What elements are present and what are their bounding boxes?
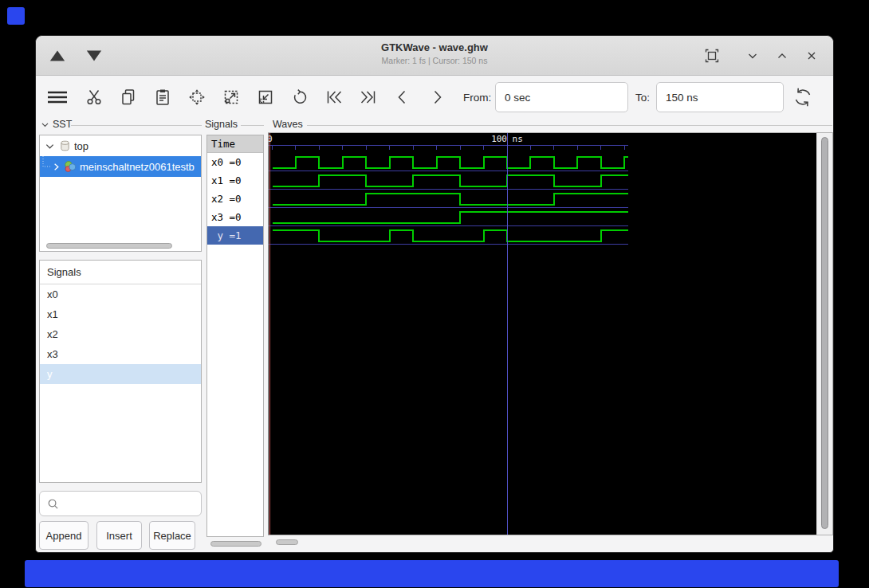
browser-signal-x0[interactable]: x0 [40, 284, 201, 304]
skip-to-start-button[interactable] [324, 88, 344, 107]
paste-button[interactable] [153, 88, 172, 107]
svg-text:0: 0 [269, 134, 273, 144]
step-right-icon [427, 88, 446, 107]
signal-row-y[interactable]: y =1 [207, 226, 263, 245]
wave-vscrollbar[interactable] [821, 137, 828, 529]
signal-row-x0[interactable]: x0 =0 [207, 153, 263, 171]
wave-canvas-frame: 0100 ns [268, 132, 833, 535]
signal-row-x3[interactable]: x3 =0 [207, 208, 263, 226]
from-input[interactable] [495, 82, 628, 112]
menu-button[interactable] [45, 88, 69, 107]
shift-down-button[interactable] [85, 47, 103, 65]
zoom-fit-button[interactable] [187, 88, 206, 107]
browser-signal-y[interactable]: y [40, 364, 201, 384]
collapse-chevron-icon[interactable] [41, 120, 49, 129]
from-label: From: [463, 76, 491, 119]
copy-button[interactable] [119, 88, 138, 107]
zoom-in-icon [222, 88, 241, 107]
signals-frame-label: Signals [205, 119, 238, 130]
shift-up-button[interactable] [49, 47, 66, 65]
collapse-chevron-icon[interactable] [45, 141, 55, 151]
zoom-out-icon [256, 88, 275, 107]
wave-vscrollbar-track [816, 133, 832, 535]
restore-button[interactable] [703, 47, 721, 65]
tree-branch-line [40, 156, 51, 177]
signal-browser-header: Signals [40, 261, 201, 284]
browser-signal-x3[interactable]: x3 [40, 344, 201, 364]
svg-text:100 ns: 100 ns [491, 134, 523, 144]
copy-icon [119, 88, 138, 107]
restore-icon [703, 47, 721, 65]
chevron-down-icon [744, 47, 761, 65]
to-input[interactable] [656, 82, 784, 112]
time-header: Time [207, 135, 263, 153]
tree-item-meinschaltnetz0061testb[interactable]: meinschaltnetz0061testb [40, 156, 201, 177]
cut-icon [85, 88, 104, 107]
tree-item-label: meinschaltnetz0061testb [80, 161, 195, 173]
insert-button[interactable]: Insert [96, 521, 142, 550]
signal-row-x2[interactable]: x2 =0 [207, 190, 263, 208]
skip-to-start-icon [324, 88, 344, 107]
skip-to-end-icon [359, 88, 378, 107]
signal-pane-hscrollbar[interactable] [210, 541, 261, 547]
waves-frame-label: Waves [273, 119, 303, 130]
search-icon [47, 498, 59, 510]
step-left-icon [393, 88, 412, 107]
browser-signal-x2[interactable]: x2 [40, 324, 201, 344]
to-label: To: [635, 76, 650, 119]
reload-icon [792, 86, 814, 108]
tree-item-top[interactable]: top [40, 135, 201, 156]
signals-frame-line [241, 125, 264, 126]
sst-frame-label: SST [41, 119, 72, 130]
signal-row-x1[interactable]: x1 =0 [207, 171, 263, 190]
zoom-in-button[interactable] [222, 88, 241, 107]
close-button[interactable] [803, 47, 820, 65]
component-icon [64, 160, 77, 173]
browser-signal-x1[interactable]: x1 [40, 304, 201, 324]
desktop-accent-square [7, 7, 25, 25]
sst-frame-line [71, 125, 202, 126]
append-button[interactable]: Append [39, 521, 88, 550]
menu-icon [45, 88, 69, 107]
replace-button[interactable]: Replace [149, 521, 195, 550]
titlebar: GTKWave - wave.ghw Marker: 1 fs | Cursor… [36, 36, 833, 76]
up-triangle-icon [49, 47, 66, 65]
toolbar: From: To: [36, 76, 833, 119]
signal-pane-hscrollbar-track [206, 540, 264, 548]
sst-tree-panel: topmeinschaltnetz0061testb [39, 135, 202, 252]
reload-button[interactable] [792, 86, 814, 108]
undo-button[interactable] [290, 88, 309, 107]
down-triangle-icon [85, 47, 103, 65]
tree-item-label: top [74, 140, 88, 152]
signal-search-box [39, 491, 202, 516]
zoom-out-button[interactable] [256, 88, 275, 107]
skip-to-end-button[interactable] [359, 88, 378, 107]
cut-button[interactable] [85, 88, 104, 107]
paste-icon [153, 88, 172, 107]
maximize-button[interactable] [773, 47, 791, 65]
wave-hscrollbar-track [269, 539, 832, 547]
expand-chevron-icon[interactable] [51, 162, 61, 172]
step-left-button[interactable] [393, 88, 412, 107]
waves-frame-line [307, 125, 832, 126]
sst-header-text: SST [53, 119, 72, 130]
zoom-fit-icon [187, 88, 206, 107]
step-right-button[interactable] [427, 88, 446, 107]
module-icon [59, 139, 71, 152]
signal-name-pane: Time x0 =0x1 =0x2 =0x3 =0 y =1 [206, 135, 264, 537]
sst-horizontal-scrollbar[interactable] [46, 243, 172, 249]
close-icon [803, 47, 820, 65]
wave-hscrollbar[interactable] [276, 539, 298, 545]
wave-canvas[interactable]: 0100 ns [269, 133, 816, 535]
gtkwave-window: GTKWave - wave.ghw Marker: 1 fs | Cursor… [35, 35, 834, 553]
minimize-button[interactable] [744, 47, 761, 65]
signal-browser-panel: Signals x0x1x2x3y [39, 260, 202, 483]
desktop-accent-bar [25, 560, 839, 587]
chevron-up-icon [773, 47, 791, 65]
search-input[interactable] [64, 498, 201, 510]
undo-icon [290, 88, 309, 107]
